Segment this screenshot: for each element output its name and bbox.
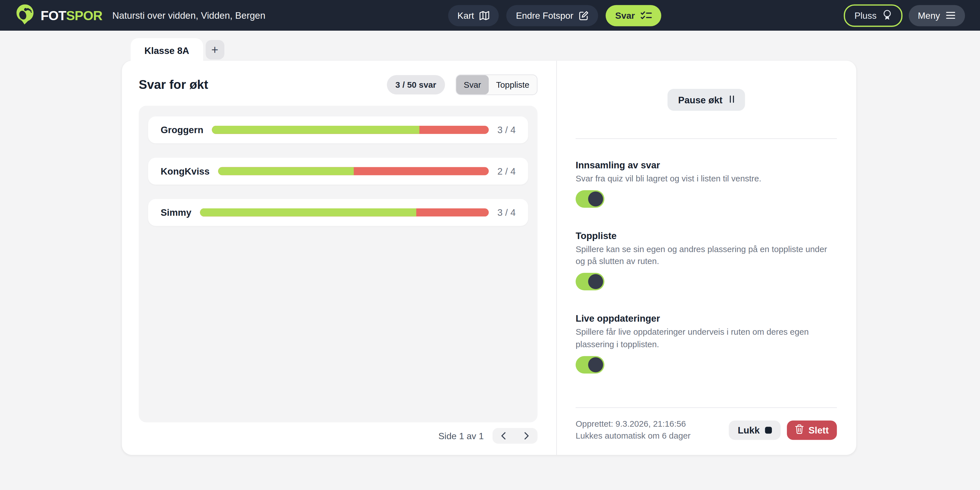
- segment-toppliste[interactable]: Toppliste: [488, 75, 537, 94]
- created-timestamp: Opprettet: 9.3.2026, 21:16:56: [576, 418, 690, 430]
- player-row: KongKviss 2 / 4: [148, 158, 528, 185]
- settings-pane: Pause økt Innsamling av svar Svar fra qu…: [556, 61, 856, 455]
- add-tab-button[interactable]: +: [205, 40, 224, 59]
- endre-fotspor-button[interactable]: Endre Fotspor: [506, 5, 598, 26]
- player-score: 3 / 4: [497, 207, 515, 218]
- map-icon: [480, 10, 490, 20]
- setting-description: Svar fra quiz vil bli lagret og vist i l…: [576, 172, 837, 185]
- setting-title: Toppliste: [576, 230, 837, 241]
- session-meta: Opprettet: 9.3.2026, 21:16:56 Lukkes aut…: [576, 418, 690, 442]
- player-score: 3 / 4: [497, 124, 515, 135]
- player-score: 2 / 4: [497, 166, 515, 176]
- pause-session-button[interactable]: Pause økt: [668, 89, 745, 111]
- footprint-pin-logo-icon: [15, 3, 35, 28]
- delete-session-button[interactable]: Slett: [787, 420, 837, 440]
- view-segmented-control: Svar Toppliste: [456, 74, 538, 95]
- close-session-button[interactable]: Lukk: [729, 420, 781, 440]
- stop-icon: [765, 427, 772, 434]
- pagination: Side 1 av 1: [138, 428, 537, 444]
- nav-right: Pluss Meny: [844, 4, 965, 26]
- top-navbar: FOTSPOR Natursti over vidden, Vidden, Be…: [0, 0, 980, 31]
- player-row: Groggern 3 / 4: [148, 117, 528, 144]
- nav-center: Kart Endre Fotspor Svar: [448, 5, 661, 26]
- answer-count-badge: 3 / 50 svar: [387, 75, 445, 94]
- app-viewport: FOTSPOR Natursti over vidden, Vidden, Be…: [0, 0, 980, 490]
- session-card: Svar for økt 3 / 50 svar Svar Toppliste …: [122, 61, 856, 455]
- innsamling-toggle[interactable]: [576, 190, 604, 208]
- answers-title: Svar for økt: [138, 78, 208, 92]
- svar-button[interactable]: Svar: [606, 5, 661, 26]
- pluss-button[interactable]: Pluss: [844, 4, 902, 26]
- player-name: KongKviss: [161, 166, 210, 176]
- tabs-row: Klasse 8A +: [131, 38, 980, 61]
- setting-title: Innsamling av svar: [576, 160, 837, 170]
- live-oppdateringer-toggle[interactable]: [576, 356, 604, 373]
- divider: [576, 407, 837, 408]
- score-bar-fill: [218, 167, 353, 175]
- page-label: Side 1 av 1: [438, 431, 484, 441]
- setting-innsamling: Innsamling av svar Svar fra quiz vil bli…: [576, 160, 837, 210]
- kart-button[interactable]: Kart: [448, 5, 499, 26]
- autoclose-note: Lukkes automatisk om 6 dager: [576, 430, 690, 442]
- player-list: Groggern 3 / 4 KongKviss 2 / 4 Simmy: [138, 105, 537, 422]
- answers-header-right: 3 / 50 svar Svar Toppliste: [387, 74, 538, 95]
- toggle-knob: [588, 192, 603, 207]
- setting-toppliste: Toppliste Spillere kan se sin egen og an…: [576, 230, 837, 292]
- trash-icon: [795, 424, 804, 436]
- setting-title: Live oppdateringer: [576, 313, 837, 324]
- score-bar: [218, 167, 488, 175]
- player-name: Groggern: [161, 124, 203, 135]
- hamburger-icon: [946, 11, 956, 19]
- route-title: Natursti over vidden, Vidden, Bergen: [112, 10, 266, 21]
- pause-icon: [729, 94, 735, 105]
- setting-description: Spillere kan se sin egen og andres plass…: [576, 244, 837, 267]
- next-page-button[interactable]: [523, 432, 530, 440]
- meny-button[interactable]: Meny: [908, 5, 965, 26]
- score-bar: [200, 208, 488, 217]
- toggle-knob: [588, 274, 603, 289]
- score-bar: [212, 126, 488, 134]
- answers-header: Svar for økt 3 / 50 svar Svar Toppliste: [138, 74, 537, 95]
- brand[interactable]: FOTSPOR: [15, 3, 102, 28]
- divider: [576, 138, 837, 139]
- session-footer: Opprettet: 9.3.2026, 21:16:56 Lukkes aut…: [576, 418, 837, 442]
- toppliste-toggle[interactable]: [576, 273, 604, 291]
- edit-icon: [579, 10, 589, 20]
- score-bar-fill: [212, 126, 419, 134]
- prev-page-button[interactable]: [500, 432, 507, 440]
- pager-controls: [493, 428, 538, 444]
- segment-svar[interactable]: Svar: [456, 75, 488, 94]
- setting-description: Spillere får live oppdateringer undervei…: [576, 326, 837, 350]
- tab-klasse-8a[interactable]: Klasse 8A: [131, 38, 203, 62]
- score-bar-fill: [200, 208, 417, 217]
- brand-name: FOTSPOR: [41, 8, 102, 23]
- footer-actions: Lukk Slett: [729, 420, 837, 440]
- player-name: Simmy: [161, 207, 191, 218]
- player-row: Simmy 3 / 4: [148, 199, 528, 226]
- answers-pane: Svar for økt 3 / 50 svar Svar Toppliste …: [122, 61, 556, 455]
- checklist-icon: [641, 11, 652, 20]
- toggle-knob: [588, 357, 603, 372]
- setting-live-oppdateringer: Live oppdateringer Spillere får live opp…: [576, 313, 837, 375]
- award-badge-icon: [882, 10, 891, 21]
